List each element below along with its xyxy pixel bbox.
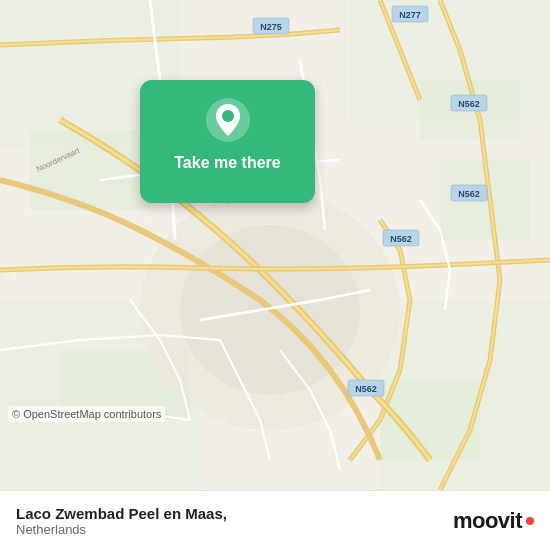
place-name: Laco Zwembad Peel en Maas,: [16, 505, 227, 522]
svg-rect-5: [30, 130, 150, 210]
map-container: N275 N277 N562 N562 N562 N562 Noordervaa…: [0, 0, 550, 490]
moovit-text: moovit: [453, 508, 522, 534]
moovit-dot: [526, 517, 534, 525]
svg-text:N562: N562: [390, 234, 412, 244]
svg-point-26: [222, 110, 234, 122]
bottom-bar: Laco Zwembad Peel en Maas, Netherlands m…: [0, 490, 550, 550]
location-pin-icon: [204, 96, 252, 144]
place-country: Netherlands: [16, 522, 227, 537]
svg-text:N275: N275: [260, 22, 282, 32]
moovit-logo: moovit: [453, 508, 534, 534]
take-me-there-popup[interactable]: Take me there: [140, 80, 315, 203]
svg-text:N562: N562: [458, 189, 480, 199]
svg-text:N277: N277: [399, 10, 421, 20]
svg-text:N562: N562: [458, 99, 480, 109]
svg-text:N562: N562: [355, 384, 377, 394]
map-copyright: © OpenStreetMap contributors: [8, 406, 165, 422]
place-info: Laco Zwembad Peel en Maas, Netherlands: [16, 505, 227, 537]
take-me-there-label: Take me there: [174, 154, 280, 172]
